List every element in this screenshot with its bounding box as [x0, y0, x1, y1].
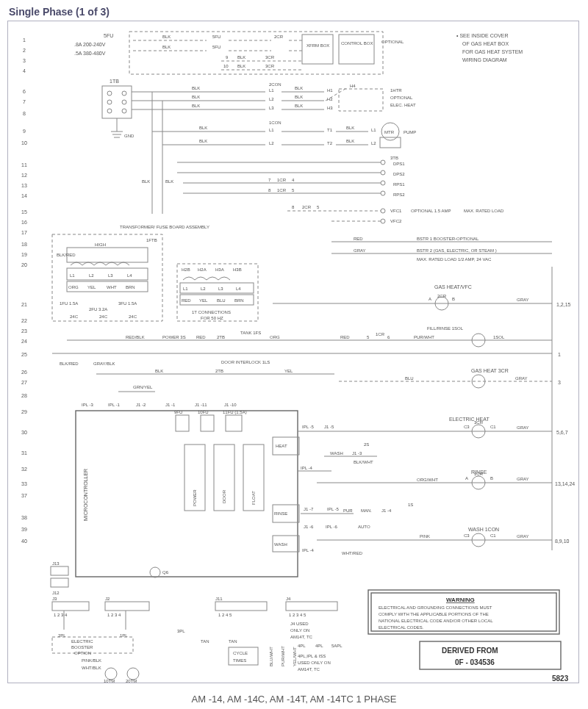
- svg-rect-123: [380, 137, 401, 148]
- svg-text:PINK/BLK: PINK/BLK: [82, 658, 101, 663]
- svg-text:14: 14: [21, 193, 27, 198]
- svg-text:J4 USED: J4 USED: [290, 622, 309, 626]
- svg-text:C3: C3: [464, 425, 470, 429]
- svg-text:L3: L3: [269, 106, 274, 110]
- svg-text:J1 -4: J1 -4: [381, 508, 392, 513]
- svg-text:BLK: BLK: [192, 104, 200, 108]
- svg-text:L2: L2: [201, 287, 206, 291]
- svg-text:5FU: 5FU: [212, 35, 220, 39]
- svg-text:BLK: BLK: [295, 95, 303, 99]
- bottom-connectors: J13 J12 Q6 J3 1 2 3 4 J2 1 2 3 4 J11 1 2…: [51, 561, 343, 683]
- svg-text:DOOR INTERLOCK 1LS: DOOR INTERLOCK 1LS: [221, 360, 270, 364]
- svg-text:WHT: WHT: [107, 285, 117, 289]
- svg-text:L3: L3: [218, 287, 223, 291]
- svg-text:3CR: 3CR: [474, 420, 484, 425]
- svg-text:3CR: 3CR: [265, 64, 275, 68]
- svg-rect-323: [52, 602, 89, 611]
- svg-text:DOOR: DOOR: [222, 489, 226, 503]
- svg-text:16: 16: [21, 220, 27, 225]
- svg-text:BLU: BLU: [217, 298, 226, 303]
- svg-point-131: [381, 181, 385, 185]
- svg-text:1SOL: 1SOL: [493, 335, 505, 339]
- svg-text:21: 21: [21, 302, 27, 307]
- svg-text:9: 9: [23, 129, 26, 134]
- svg-text:5,6,7: 5,6,7: [556, 430, 568, 435]
- svg-text:IPL -4: IPL -4: [301, 466, 312, 470]
- svg-text:1: 1: [23, 37, 26, 43]
- svg-text:FILL/RINSE 1SOL: FILL/RINSE 1SOL: [427, 326, 464, 331]
- svg-point-129: [381, 160, 385, 165]
- row24: RED/BLK POWER 3S RED 2TB TANK 1FS ORG RE…: [52, 326, 561, 357]
- svg-text:10TM: 10TM: [104, 679, 115, 683]
- svg-point-70: [122, 100, 126, 104]
- svg-text:BLK: BLK: [295, 104, 303, 108]
- svg-text:22: 22: [21, 318, 27, 323]
- svg-text:ELEC. HEAT: ELEC. HEAT: [390, 103, 416, 107]
- svg-text:WARNING: WARNING: [446, 597, 475, 603]
- svg-text:ELECTRIC HEAT: ELECTRIC HEAT: [449, 417, 490, 422]
- svg-text:L2: L2: [269, 141, 274, 145]
- svg-point-153: [381, 219, 385, 223]
- svg-text:27: 27: [21, 380, 27, 385]
- svg-text:L3: L3: [108, 273, 113, 278]
- svg-text:BLK: BLK: [346, 139, 354, 143]
- svg-text:J4: J4: [286, 597, 291, 601]
- svg-rect-161: [67, 248, 148, 262]
- svg-text:BLK: BLK: [199, 126, 207, 130]
- row37: RINSE J1 -7 IPL -5 PUR MAN. J1 -4 1S WAS…: [273, 503, 570, 555]
- svg-text:RPS2: RPS2: [393, 192, 405, 197]
- svg-text:12: 12: [21, 173, 27, 178]
- svg-text:19: 19: [21, 252, 27, 257]
- svg-text:24C: 24C: [70, 314, 79, 319]
- diagram-frame: 1 2 3 4 6 7 8 9 10 11 12 13 14 15 16 17 …: [7, 21, 579, 683]
- svg-text:H4: H4: [350, 84, 356, 88]
- svg-text:37: 37: [21, 493, 27, 498]
- svg-point-69: [107, 100, 112, 104]
- svg-text:BLU/WHT: BLU/WHT: [269, 647, 273, 666]
- svg-text:J1 -2: J1 -2: [136, 403, 146, 407]
- svg-rect-326: [105, 602, 149, 611]
- svg-text:GRAY/BLK: GRAY/BLK: [93, 361, 115, 366]
- tfb: TRANSFORMER/ FUSE BOARD ASSEMBLY 1FTB HI…: [52, 225, 209, 321]
- svg-text:VFC1: VFC1: [390, 209, 402, 213]
- svg-text:BSTR 2 (GAS, ELECTRIC, OR STEA: BSTR 2 (GAS, ELECTRIC, OR STEAM ): [417, 248, 497, 253]
- svg-text:COMPLY WITH THE APPLICABLE POR: COMPLY WITH THE APPLICABLE PORTIONS OF T…: [379, 612, 489, 616]
- svg-text:WHT/BLK: WHT/BLK: [82, 666, 101, 670]
- svg-text:5APL: 5APL: [331, 644, 343, 648]
- bstr: RED BSTR 1 BOOSTER-OPTIONAL GRAY BSTR 2 …: [331, 237, 552, 262]
- svg-text:BLK/RED: BLK/RED: [57, 253, 76, 257]
- svg-text:BLK: BLK: [295, 86, 303, 90]
- svg-text:1CON: 1CON: [269, 120, 282, 125]
- svg-text:BLU: BLU: [405, 376, 414, 381]
- svg-point-354: [127, 668, 139, 680]
- svg-text:1S: 1S: [408, 503, 413, 507]
- svg-rect-66: [102, 86, 132, 118]
- svg-text:39: 39: [21, 527, 27, 532]
- svg-text:BSTR 1 BOOSTER-OPTIONAL: BSTR 1 BOOSTER-OPTIONAL: [417, 237, 479, 241]
- svg-text:J12: J12: [52, 591, 60, 595]
- svg-text:10FU: 10FU: [198, 410, 209, 414]
- svg-text:18: 18: [21, 242, 27, 247]
- svg-text:3PL: 3PL: [177, 629, 185, 633]
- svg-text:1: 1: [558, 352, 561, 357]
- svg-text:20: 20: [21, 262, 27, 267]
- svg-text:RED: RED: [354, 237, 363, 241]
- svg-text:20TM: 20TM: [126, 679, 137, 683]
- svg-text:L4: L4: [236, 287, 241, 291]
- svg-text:10: 10: [21, 140, 27, 145]
- row30: IPL -5 J1 -5 ELECTRIC HEAT C3 3CR C1 GRA…: [298, 417, 568, 438]
- svg-text:J3: J3: [52, 597, 57, 601]
- svg-text:28: 28: [21, 393, 27, 398]
- svg-text:• SEE INSIDE COVER: • SEE INSIDE COVER: [456, 33, 509, 38]
- svg-text:BRN: BRN: [234, 298, 244, 303]
- svg-text:RED: RED: [182, 298, 191, 303]
- tb1-to-2con: BLK BLK BLK 2CON L1L2L3 BLK BLK BLK H1 H…: [132, 82, 416, 111]
- svg-text:1 2 3 4 5: 1 2 3 4 5: [289, 613, 306, 617]
- svg-text:T2: T2: [327, 141, 333, 145]
- svg-text:DPS2: DPS2: [393, 172, 405, 176]
- svg-text:2CR: 2CR: [437, 294, 447, 298]
- svg-text:IPL -5: IPL -5: [302, 425, 314, 429]
- svg-text:24: 24: [21, 339, 27, 344]
- svg-text:HIGH: HIGH: [95, 242, 106, 247]
- svg-text:Q6: Q6: [162, 570, 169, 575]
